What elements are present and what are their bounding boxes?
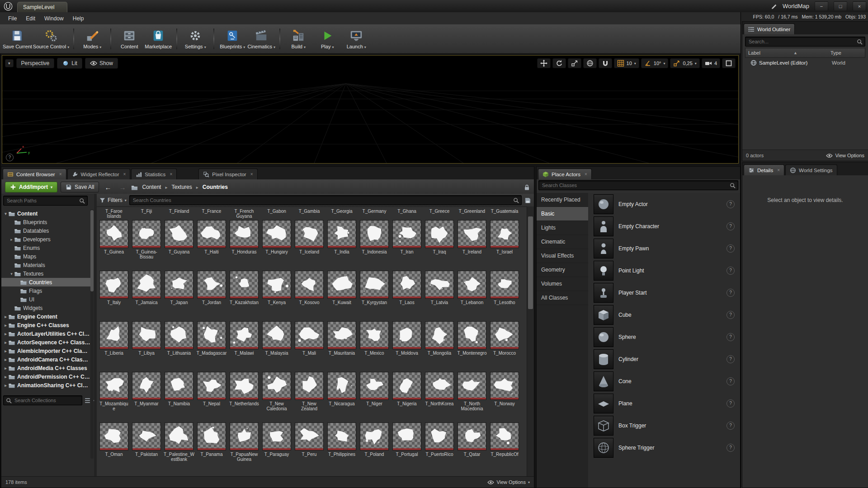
asset-tile-t-norway[interactable]: T_Norway	[490, 372, 519, 411]
level-viewport[interactable]: ▾ Perspective Lit Show 10 ▾ 10°	[2, 55, 739, 164]
viewport-perspective-button[interactable]: Perspective	[16, 58, 55, 68]
toolbar-button-blueprints[interactable]: Blueprints ▾	[218, 26, 246, 52]
asset-tile-t-greenland[interactable]: T_Greenland	[458, 207, 486, 219]
help-circle-icon[interactable]: ?	[726, 267, 735, 275]
asset-tile-t-moldova[interactable]: T_Moldova	[392, 321, 421, 356]
outliner-search-input[interactable]	[748, 38, 855, 45]
asset-tile-t-mongolia[interactable]: T_Mongolia	[425, 321, 454, 356]
asset-tile-t-kuwait[interactable]: T_Kuwait	[327, 271, 356, 305]
asset-tile-t-lesotho[interactable]: T_Lesotho	[490, 271, 519, 305]
search-collections-input[interactable]	[14, 397, 80, 404]
tab-close-icon[interactable]: ×	[250, 172, 253, 177]
tree-item-actorlayerutilities-c-classes[interactable]: ▸ActorLayerUtilities C++ Classes	[1, 329, 90, 338]
place-actor-sphere-trigger[interactable]: Sphere Trigger?	[588, 436, 740, 459]
asset-tile-t-mali[interactable]: T_Mali	[295, 321, 324, 356]
asset-tile-t-guinea[interactable]: T_Guinea	[99, 220, 128, 259]
asset-search-input[interactable]	[132, 197, 511, 203]
asset-tile-t-papuanew-guinea[interactable]: T_PapuaNew Guinea	[230, 422, 259, 462]
place-category-visual-effects[interactable]: Visual Effects	[537, 249, 588, 263]
feedback-icon[interactable]	[771, 3, 778, 9]
asset-tile-t-myanmar[interactable]: T_Myanmar	[132, 372, 161, 411]
tab-close-icon[interactable]: ×	[59, 172, 62, 177]
toolbar-button-play[interactable]: Play ▾	[313, 26, 341, 52]
place-category-all-classes[interactable]: All Classes	[537, 291, 588, 305]
asset-tile-t-iran[interactable]: T_Iran	[392, 220, 421, 259]
place-actor-cylinder[interactable]: Cylinder?	[588, 348, 740, 370]
asset-tile-t-mexico[interactable]: T_Mexico	[360, 321, 389, 356]
asset-tile-t-guyana[interactable]: T_Guyana	[165, 220, 193, 259]
camera-speed-button[interactable]: 4	[702, 58, 720, 68]
asset-scrollbar-thumb[interactable]	[528, 216, 533, 309]
place-actor-sphere[interactable]: Sphere?	[588, 326, 740, 348]
asset-tile-t-northkorea[interactable]: T_NorthKorea	[425, 372, 454, 411]
world-coordinate-button[interactable]	[583, 58, 597, 68]
asset-tile-t-palestine-westbank[interactable]: T_Palestine_WestBank	[165, 422, 193, 462]
asset-tile-t-jamaica[interactable]: T_Jamaica	[132, 271, 161, 305]
tree-item-flags[interactable]: Flags	[1, 286, 90, 295]
viewport-options-button[interactable]: ▾	[5, 59, 14, 67]
menu-window[interactable]: Window	[40, 13, 68, 24]
asset-tile-t-iraq[interactable]: T_Iraq	[425, 220, 454, 259]
place-category-geometry[interactable]: Geometry	[537, 263, 588, 277]
expander-icon[interactable]: ▾	[3, 211, 8, 216]
scale-snap-button[interactable]: 0,25 ▾	[670, 58, 699, 68]
tab-world-outliner[interactable]: World Outliner	[744, 23, 795, 34]
place-actor-point-light[interactable]: Point Light?	[588, 259, 740, 282]
tree-item-content[interactable]: ▾Content	[1, 209, 90, 218]
scale-tool-button[interactable]	[568, 58, 581, 68]
asset-tile-t-indonesia[interactable]: T_Indonesia	[360, 220, 389, 259]
tree-scrollbar[interactable]	[90, 209, 94, 459]
asset-tile-t-mozambique[interactable]: T_Mozambique	[99, 372, 128, 411]
restore-button[interactable]: □	[834, 1, 847, 11]
close-button[interactable]: ×	[853, 1, 866, 11]
tab-content-browser[interactable]: Content Browser×	[3, 169, 66, 179]
asset-tile-t-french-guyana[interactable]: T_French Guyana	[230, 207, 259, 219]
tree-item-textures[interactable]: ▾Textures	[1, 269, 90, 278]
minimize-button[interactable]: −	[815, 1, 828, 11]
asset-tile-t-nepal[interactable]: T_Nepal	[197, 372, 226, 411]
outliner-search-field[interactable]	[745, 37, 865, 47]
place-category-basic[interactable]: Basic	[537, 207, 588, 221]
tab-close-icon[interactable]: ×	[170, 172, 172, 177]
tree-item-datatables[interactable]: Datatables	[1, 226, 90, 235]
tree-item-materials[interactable]: Materials	[1, 261, 90, 269]
filters-button[interactable]: Filters ▾	[99, 197, 127, 203]
expander-icon[interactable]: ▸	[3, 332, 8, 336]
tree-item-blueprints[interactable]: Blueprints	[1, 218, 90, 226]
asset-tile-t-kenya[interactable]: T_Kenya	[262, 271, 291, 305]
help-circle-icon[interactable]: ?	[726, 200, 735, 208]
save-all-button[interactable]: Save All	[61, 182, 99, 192]
tab-place-actors[interactable]: Place Actors ×	[538, 169, 592, 179]
help-circle-icon[interactable]: ?	[726, 355, 735, 363]
expander-icon[interactable]: ▾	[9, 272, 14, 276]
asset-tile-t-kazakhstan[interactable]: T_Kazakhstan	[230, 271, 259, 305]
tab-widget-reflector[interactable]: Widget Reflector×	[67, 169, 131, 179]
back-button[interactable]: ←	[102, 183, 113, 192]
viewport-help-icon[interactable]: ?	[6, 154, 14, 161]
expander-icon[interactable]: ▸	[3, 375, 8, 379]
tree-scrollbar-thumb[interactable]	[90, 210, 94, 291]
asset-tile-t-nicaragua[interactable]: T_Nicaragua	[327, 372, 356, 411]
lock-icon[interactable]	[524, 184, 530, 191]
asset-tile-t-hungary[interactable]: T_Hungary	[262, 220, 291, 259]
asset-scrollbar[interactable]	[527, 206, 534, 477]
rotate-tool-button[interactable]	[552, 58, 566, 68]
search-classes-field[interactable]	[538, 180, 738, 190]
expander-icon[interactable]: ▸	[3, 323, 8, 328]
asset-tile-t-qatar[interactable]: T_Qatar	[458, 422, 486, 462]
tree-item-engine-c-classes[interactable]: ▸Engine C++ Classes	[1, 321, 90, 329]
outliner-column-header[interactable]: Label ▲ Type	[745, 48, 865, 58]
asset-tile-t-gambia[interactable]: T_Gambia	[295, 207, 324, 219]
tree-item-alembicimporter-c-classes[interactable]: ▸AlembicImporter C++ Classes	[1, 347, 90, 355]
breadcrumb-textures[interactable]: Textures	[171, 184, 192, 190]
tree-item-widgets[interactable]: Widgets	[1, 304, 90, 312]
asset-tile-t-pakistan[interactable]: T_Pakistan	[132, 422, 161, 462]
menu-help[interactable]: Help	[68, 13, 89, 24]
expander-icon[interactable]: ▸	[3, 349, 8, 353]
tree-item-animationsharing-c-classes[interactable]: ▸AnimationSharing C++ Classes	[1, 381, 90, 389]
asset-tile-t-germany[interactable]: T_Germany	[360, 207, 389, 219]
breadcrumb-countries[interactable]: Countries	[203, 184, 228, 190]
tree-item-maps[interactable]: Maps	[1, 252, 90, 261]
add-import-button[interactable]: Add/Import ▾	[5, 182, 57, 192]
asset-tile-t-north-macedonia[interactable]: T_North Macedonia	[458, 372, 486, 411]
